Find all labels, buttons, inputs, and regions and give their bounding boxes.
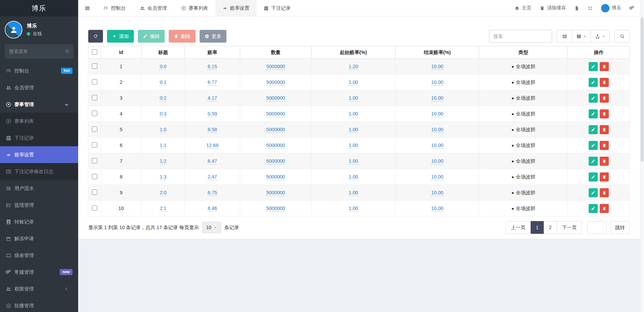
delete-row-button[interactable] [600,141,609,150]
cell-end-link[interactable]: 10.00 [431,174,443,180]
cell-odds-link[interactable]: 8.58 [208,127,217,133]
settings-button[interactable] [630,6,635,11]
clear-cache-link[interactable]: 清除缓存 [540,5,566,11]
row-checkbox[interactable] [92,205,97,211]
cell-title-link[interactable]: 0:1 [160,80,166,86]
sidebar-search-input[interactable] [5,44,73,58]
prev-page-button[interactable]: 上一页 [505,221,531,234]
sidebar-item-2[interactable]: 会员管理 [0,79,78,96]
edit-row-button[interactable] [589,78,598,87]
top-tab-5[interactable]: 下注记录 [257,0,298,16]
cell-start-link[interactable]: 1.00 [348,143,358,149]
delete-row-button[interactable] [600,125,609,134]
top-tab-1[interactable]: 控制台 [96,0,133,16]
cell-start-link[interactable]: 1.00 [348,127,358,133]
cell-title-link[interactable]: 2:1 [160,206,166,212]
page-button-2[interactable]: 2 [544,221,557,234]
cell-title-link[interactable]: 1:2 [160,158,166,164]
delete-button[interactable]: 删除 [169,30,196,43]
sidebar-item-8[interactable]: 用户流水 [0,180,78,197]
refresh-button[interactable] [88,30,103,43]
edit-row-button[interactable] [589,62,598,71]
home-link[interactable]: 主页 [515,5,531,11]
menu-toggle-button[interactable] [78,0,96,16]
export-button[interactable] [591,30,610,43]
sidebar-item-15[interactable]: 轮播管理 [0,297,78,312]
fullscreen-button[interactable] [588,6,593,11]
cell-end-link[interactable]: 10.00 [431,190,443,196]
edit-row-button[interactable] [589,125,598,134]
cell-end-link[interactable]: 10.00 [431,127,443,133]
cell-odds-link[interactable]: 6.75 [208,190,217,196]
cell-amount-link[interactable]: 5000000 [266,95,285,101]
search-button[interactable] [614,30,630,43]
row-checkbox[interactable] [92,158,97,163]
columns-button[interactable] [572,30,591,43]
row-checkbox[interactable] [92,63,97,69]
cell-start-link[interactable]: 1.00 [348,174,358,180]
delete-row-button[interactable] [600,157,609,166]
top-tab-2[interactable]: 会员管理 [133,0,174,16]
cell-odds-link[interactable]: 12.68 [206,143,218,149]
top-tab-4[interactable]: vk赔率设置 [215,0,257,16]
cell-odds-link[interactable]: 6.47 [208,158,217,164]
detail-view-button[interactable] [557,30,572,43]
add-button[interactable]: 添加 [107,30,134,43]
cell-odds-link[interactable]: 6.15 [208,64,217,70]
cell-end-link[interactable]: 10.00 [431,80,443,86]
edit-button[interactable]: 编辑 [138,30,165,43]
next-page-button[interactable]: 下一页 [557,221,582,234]
delete-row-button[interactable] [600,62,609,71]
jump-button[interactable]: 跳转 [610,221,630,234]
cell-end-link[interactable]: 10.00 [431,158,443,164]
cell-title-link[interactable]: 0:3 [160,111,166,117]
sidebar-item-1[interactable]: 控制台hot [0,62,78,79]
cell-amount-link[interactable]: 5000000 [266,80,285,86]
cell-end-link[interactable]: 10.00 [431,111,443,117]
row-checkbox[interactable] [92,190,97,195]
top-tab-3[interactable]: 赛事列表 [174,0,215,16]
row-checkbox[interactable] [92,174,97,179]
edit-row-button[interactable] [589,172,598,181]
cell-amount-link[interactable]: 5000000 [266,158,285,164]
delete-row-button[interactable] [600,172,609,181]
row-checkbox[interactable] [92,142,97,148]
edit-row-button[interactable] [589,109,598,118]
cell-odds-link[interactable]: 0.59 [208,111,217,117]
delete-row-button[interactable] [600,188,609,197]
delete-row-button[interactable] [600,94,609,103]
cell-end-link[interactable]: 10.00 [431,64,443,70]
row-checkbox[interactable] [92,126,97,132]
scrollbar[interactable] [640,0,644,312]
sidebar-item-7[interactable]: 下注记录修改日志 [0,163,78,180]
cell-amount-link[interactable]: 5000000 [266,64,285,70]
delete-row-button[interactable] [600,109,609,118]
edit-row-button[interactable] [589,141,598,150]
cell-title-link[interactable]: 1:1 [160,143,166,149]
delete-row-button[interactable] [600,78,609,87]
sidebar-item-10[interactable]: 转账记录 [0,213,78,230]
page-button-1[interactable]: 1 [531,221,544,234]
cell-odds-link[interactable]: 4.17 [208,95,217,101]
cell-start-link[interactable]: 1.00 [348,80,358,86]
cell-amount-link[interactable]: 5000000 [266,190,285,196]
cell-title-link[interactable]: 1:3 [160,174,166,180]
cell-amount-link[interactable]: 5000000 [266,174,285,180]
cell-amount-link[interactable]: 5000000 [266,143,285,149]
cell-title-link[interactable]: 0:2 [160,95,166,101]
sidebar-item-5[interactable]: 下注记录 [0,129,78,146]
cell-start-link[interactable]: 1.00 [348,158,358,164]
page-size-select[interactable]: 10 [202,222,221,233]
cell-end-link[interactable]: 10.00 [431,95,443,101]
delete-row-button[interactable] [600,204,609,213]
jump-page-input[interactable] [587,221,607,234]
sidebar-item-3[interactable]: 赛事管理 [0,96,78,113]
cell-start-link[interactable]: 1.00 [348,206,358,212]
more-button[interactable]: 更多 [200,30,226,43]
user-menu[interactable]: 博乐 [601,4,621,12]
edit-row-button[interactable] [589,188,598,197]
cell-end-link[interactable]: 10.00 [431,206,443,212]
sidebar-item-14[interactable]: 权限管理 [0,280,78,297]
cell-amount-link[interactable]: 5000000 [266,127,285,133]
cell-odds-link[interactable]: 2.47 [208,174,217,180]
